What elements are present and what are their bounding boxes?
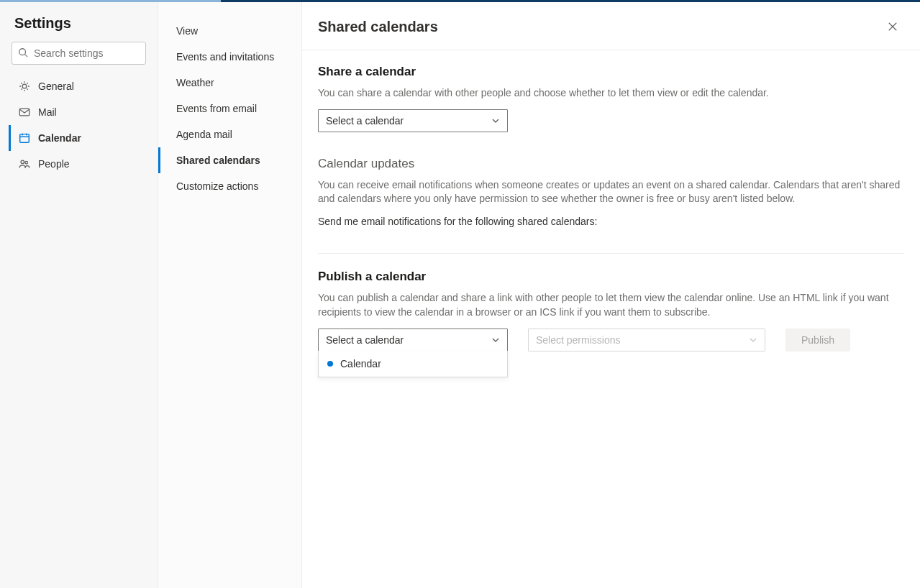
svg-point-0 (19, 49, 26, 55)
sidebar-item-people[interactable]: People (9, 151, 149, 177)
publish-description: You can publish a calendar and share a l… (318, 291, 904, 319)
publish-button: Publish (785, 329, 850, 352)
sidebar-item-label: People (38, 158, 70, 170)
settings-sidebar: Settings General (0, 2, 158, 588)
sidebar-item-calendar[interactable]: Calendar (9, 125, 149, 151)
subnav-item-label: View (176, 25, 198, 37)
sidebar-item-label: Mail (38, 106, 57, 118)
sidebar-item-label: General (38, 81, 74, 92)
chevron-down-icon (491, 336, 500, 344)
chevron-down-icon (749, 336, 757, 344)
dropdown-placeholder: Select a calendar (326, 334, 404, 346)
svg-rect-4 (20, 134, 29, 143)
subnav-item-weather[interactable]: Weather (158, 70, 301, 96)
subnav-item-label: Shared calendars (176, 155, 260, 166)
subnav-item-customize-actions[interactable]: Customize actions (158, 173, 301, 199)
page-title: Shared calendars (318, 19, 438, 35)
calendar-subnav: View Events and invitations Weather Even… (158, 2, 302, 588)
publish-calendar-select[interactable]: Select a calendar Calendar (318, 329, 508, 352)
calendar-icon (18, 132, 31, 144)
svg-point-9 (25, 161, 28, 164)
search-settings-input[interactable] (12, 42, 146, 65)
svg-point-2 (22, 84, 27, 88)
mail-icon (18, 106, 31, 119)
subnav-item-label: Agenda mail (176, 129, 232, 140)
share-description: You can share a calendar with other peop… (318, 86, 904, 101)
publish-heading: Publish a calendar (318, 270, 904, 284)
dropdown-option-calendar[interactable]: Calendar (319, 351, 507, 377)
settings-title: Settings (9, 15, 149, 42)
sidebar-item-label: Calendar (38, 132, 81, 144)
updates-heading: Calendar updates (318, 157, 904, 171)
updates-description: You can receive email notifications when… (318, 178, 904, 206)
subnav-item-agenda-mail[interactable]: Agenda mail (158, 121, 301, 147)
dropdown-placeholder: Select permissions (536, 334, 621, 346)
share-heading: Share a calendar (318, 65, 904, 79)
subnav-item-label: Weather (176, 77, 214, 88)
updates-prompt: Send me email notifications for the foll… (318, 215, 904, 229)
settings-detail-pane: Shared calendars Share a calendar You ca… (302, 2, 920, 588)
subnav-item-label: Customize actions (176, 180, 258, 192)
subnav-item-events-invitations[interactable]: Events and invitations (158, 44, 301, 70)
close-icon (888, 22, 898, 32)
close-button[interactable] (881, 15, 904, 38)
subnav-item-label: Events and invitations (176, 51, 274, 63)
sidebar-item-mail[interactable]: Mail (9, 99, 149, 125)
calendar-updates-section: Calendar updates You can receive email n… (318, 157, 904, 229)
calendar-color-dot-icon (327, 361, 333, 367)
publish-calendar-dropdown-menu: Calendar (318, 351, 508, 377)
share-calendar-section: Share a calendar You can share a calenda… (318, 65, 904, 132)
svg-rect-3 (19, 109, 29, 116)
subnav-item-events-from-email[interactable]: Events from email (158, 96, 301, 121)
svg-line-1 (25, 55, 28, 58)
chevron-down-icon (491, 116, 500, 125)
search-icon (18, 47, 28, 58)
dropdown-option-label: Calendar (340, 358, 381, 369)
people-icon (18, 157, 31, 170)
publish-permissions-select: Select permissions (528, 329, 765, 352)
section-divider (318, 253, 904, 254)
gear-icon (18, 80, 31, 93)
share-calendar-select[interactable]: Select a calendar (318, 109, 508, 132)
sidebar-item-general[interactable]: General (9, 73, 149, 99)
dropdown-placeholder: Select a calendar (326, 115, 404, 127)
subnav-item-shared-calendars[interactable]: Shared calendars (158, 147, 301, 173)
subnav-item-view[interactable]: View (158, 18, 301, 44)
svg-point-8 (21, 160, 24, 164)
publish-calendar-section: Publish a calendar You can publish a cal… (318, 270, 904, 351)
subnav-item-label: Events from email (176, 103, 257, 114)
